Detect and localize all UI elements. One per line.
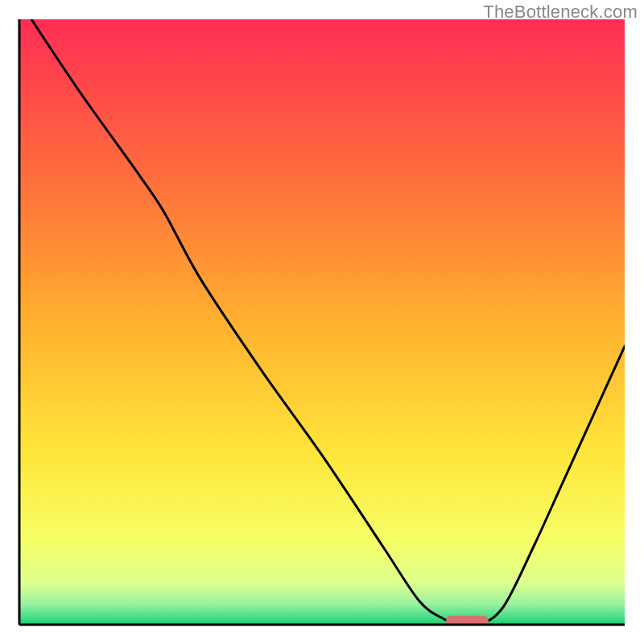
bottleneck-chart (0, 0, 644, 644)
plot-background-gradient (19, 19, 625, 625)
chart-container: TheBottleneck.com (0, 0, 644, 644)
watermark-text: TheBottleneck.com (483, 2, 638, 23)
